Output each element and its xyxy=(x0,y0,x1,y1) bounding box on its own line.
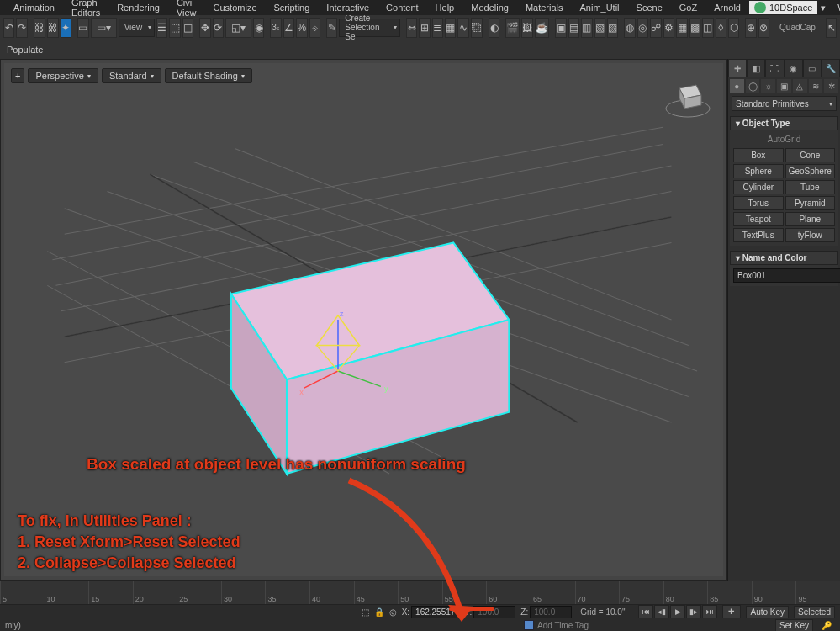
window-crossing-icon[interactable]: ◫ xyxy=(182,18,193,38)
primitive-sphere[interactable]: Sphere xyxy=(733,164,784,178)
tool-g-icon[interactable]: ◎ xyxy=(637,18,648,38)
primitive-tyflow[interactable]: tyFlow xyxy=(785,228,836,242)
material-editor-icon[interactable]: ◐ xyxy=(489,18,499,38)
object-type-rollout-header[interactable]: Object Type xyxy=(730,116,838,130)
shapes-subtab-icon[interactable]: ◯ xyxy=(746,79,760,93)
perspective-viewport[interactable]: + Perspective▾ Standard▾ Default Shading… xyxy=(4,63,723,576)
menu-customize[interactable]: Customize xyxy=(205,1,266,14)
helpers-subtab-icon[interactable]: ◬ xyxy=(793,79,807,93)
menu-scripting[interactable]: Scripting xyxy=(266,1,319,14)
primitive-tube[interactable]: Tube xyxy=(785,180,836,194)
bind-spacewarp-icon[interactable]: ✦ xyxy=(61,18,71,38)
tool-j-icon[interactable]: ▦ xyxy=(676,18,687,38)
prev-frame-icon[interactable]: ◂▮ xyxy=(654,605,669,618)
primitive-torus[interactable]: Torus xyxy=(733,196,784,210)
toggle-ribbon-icon[interactable]: ▦ xyxy=(445,18,456,38)
display-tab-icon[interactable]: ▭ xyxy=(803,59,822,77)
scale-icon[interactable]: ◱▾ xyxy=(225,18,251,38)
region-select-icon[interactable]: ⬚ xyxy=(169,18,180,38)
menu-content[interactable]: Content xyxy=(378,1,427,14)
mirror-icon[interactable]: ⇔ xyxy=(406,18,417,38)
menu-modeling[interactable]: Modeling xyxy=(462,1,517,14)
cameras-subtab-icon[interactable]: ▣ xyxy=(777,79,791,93)
tool-f-icon[interactable]: ◍ xyxy=(624,18,635,38)
render-frame-icon[interactable]: 🖼 xyxy=(521,18,533,38)
modify-tab-icon[interactable]: ◧ xyxy=(747,59,765,77)
move-icon[interactable]: ✥ xyxy=(199,18,210,38)
object-name-input[interactable] xyxy=(733,268,840,283)
systems-subtab-icon[interactable]: ✲ xyxy=(824,79,838,93)
render-icon[interactable]: ☕ xyxy=(535,18,549,38)
curve-editor-icon[interactable]: ∿ xyxy=(457,18,468,38)
primitive-cylinder[interactable]: Cylinder xyxy=(733,180,784,194)
workspace-chevron-icon[interactable]: ▾ xyxy=(817,3,829,13)
add-time-tag-button[interactable]: Add Time Tag xyxy=(537,621,589,630)
menu-scene[interactable]: Scene xyxy=(628,1,671,14)
edit-named-sel-icon[interactable]: ✎ xyxy=(326,18,337,38)
unlink-icon[interactable]: ⛓̸ xyxy=(47,18,59,38)
percent-snap-icon[interactable]: % xyxy=(296,18,307,38)
z-coord-field[interactable]: 100.0 xyxy=(530,606,572,618)
schematic-view-icon[interactable]: ⿻ xyxy=(471,18,483,38)
primitive-cone[interactable]: Cone xyxy=(785,148,836,162)
geometry-subtab-icon[interactable]: ● xyxy=(730,79,744,93)
key-filters-icon[interactable]: 🔑 xyxy=(818,621,835,630)
tool-k-icon[interactable]: ▩ xyxy=(689,18,700,38)
populate-button[interactable]: Populate xyxy=(7,45,43,55)
tool-e-icon[interactable]: ▨ xyxy=(607,18,618,38)
goto-end-icon[interactable]: ⏭ xyxy=(702,605,717,618)
primitive-pyramid[interactable]: Pyramid xyxy=(785,196,836,210)
select-by-name-icon[interactable]: ☰ xyxy=(156,18,167,38)
link-icon[interactable]: ⛓ xyxy=(34,18,45,38)
placement-icon[interactable]: ◉ xyxy=(253,18,264,38)
set-key-button[interactable]: Set Key xyxy=(775,619,813,632)
menu-interactive[interactable]: Interactive xyxy=(318,1,378,14)
tool-c-icon[interactable]: ▥ xyxy=(581,18,592,38)
quadcap-button[interactable]: QuadCap xyxy=(771,23,824,32)
tool-a-icon[interactable]: ▣ xyxy=(555,18,566,38)
auto-key-button[interactable]: Auto Key xyxy=(746,606,789,618)
primitive-box[interactable]: Box xyxy=(733,148,784,162)
tool-p-icon[interactable]: ⊗ xyxy=(758,18,769,38)
create-tab-icon[interactable]: ✚ xyxy=(728,59,747,77)
category-dropdown[interactable]: Standard Primitives xyxy=(732,96,837,111)
tool-n-icon[interactable]: ⬡ xyxy=(728,18,739,38)
workspace-right-label[interactable]: Work xyxy=(829,1,840,14)
selection-lock-icon[interactable]: ⬚ xyxy=(362,607,369,617)
next-frame-icon[interactable]: ▮▸ xyxy=(686,605,701,618)
viewcube[interactable] xyxy=(664,72,711,119)
reference-dropdown[interactable]: View xyxy=(119,19,156,37)
select-mode-icon[interactable]: ▭▾ xyxy=(91,18,117,38)
align-icon[interactable]: ⊞ xyxy=(419,18,430,38)
snap-3-icon[interactable]: 3ₛ xyxy=(270,18,281,38)
tool-m-icon[interactable]: ◊ xyxy=(716,18,726,38)
rotate-icon[interactable]: ⟳ xyxy=(213,18,224,38)
menu-anim-util[interactable]: Anim_Util xyxy=(572,1,628,14)
named-selection-dropdown[interactable]: Create Selection Se xyxy=(339,19,400,37)
primitive-geosphere[interactable]: GeoSphere xyxy=(785,164,836,178)
utilities-tab-icon[interactable]: 🔧 xyxy=(822,59,840,77)
layers-icon[interactable]: ≣ xyxy=(432,18,443,38)
primitive-teapot[interactable]: Teapot xyxy=(733,212,784,226)
viewport-shading-label[interactable]: Standard▾ xyxy=(102,68,161,83)
time-ruler[interactable]: 5101520253035404550556065707580859095 xyxy=(0,581,840,605)
undo-icon[interactable]: ↶ xyxy=(3,18,14,38)
tool-l-icon[interactable]: ◫ xyxy=(702,18,713,38)
tool-h-icon[interactable]: ☍ xyxy=(650,18,662,38)
tool-o-icon[interactable]: ⊕ xyxy=(745,18,756,38)
menu-animation[interactable]: Animation xyxy=(5,1,63,14)
menu-arnold[interactable]: Arnold xyxy=(705,1,749,14)
viewport-view-label[interactable]: Perspective▾ xyxy=(28,68,98,83)
primitive-plane[interactable]: Plane xyxy=(785,212,836,226)
tool-d-icon[interactable]: ▧ xyxy=(594,18,605,38)
select-icon[interactable]: ▭ xyxy=(77,18,88,38)
hierarchy-tab-icon[interactable]: ⛶ xyxy=(765,59,784,77)
menu-materials[interactable]: Materials xyxy=(517,1,572,14)
tool-i-icon[interactable]: ⚙ xyxy=(663,18,674,38)
lights-subtab-icon[interactable]: ☼ xyxy=(761,79,775,93)
cursor-icon[interactable]: ↖ xyxy=(826,18,837,38)
lock-icon[interactable]: 🔒 xyxy=(374,607,384,617)
viewport-plus-menu[interactable]: + xyxy=(11,68,24,83)
motion-tab-icon[interactable]: ◉ xyxy=(785,59,803,77)
play-icon[interactable]: ▶ xyxy=(670,605,685,618)
